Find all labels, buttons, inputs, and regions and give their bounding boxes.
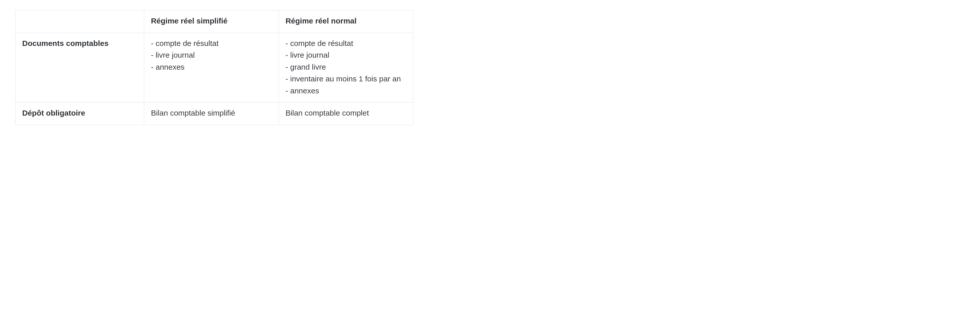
doc-list-simplifie: - compte de résultat - livre journal - a…: [151, 38, 272, 73]
cell-depot-normal: Bilan comptable complet: [279, 103, 413, 125]
doc-list-normal: - compte de résultat - livre journal - g…: [286, 38, 407, 97]
table-header-row: Régime réel simplifié Régime réel normal: [16, 11, 414, 33]
row-label-depot: Dépôt obligatoire: [16, 103, 144, 125]
regime-comparison-table: Régime réel simplifié Régime réel normal…: [15, 10, 414, 125]
table-row: Documents comptables - compte de résulta…: [16, 33, 414, 103]
header-blank: [16, 11, 144, 33]
cell-depot-simplifie: Bilan comptable simplifié: [144, 103, 279, 125]
header-regime-simplifie: Régime réel simplifié: [144, 11, 279, 33]
cell-documents-normal: - compte de résultat - livre journal - g…: [279, 33, 413, 103]
cell-documents-simplifie: - compte de résultat - livre journal - a…: [144, 33, 279, 103]
table-row: Dépôt obligatoire Bilan comptable simpli…: [16, 103, 414, 125]
header-regime-normal: Régime réel normal: [279, 11, 413, 33]
row-label-documents: Documents comptables: [16, 33, 144, 103]
